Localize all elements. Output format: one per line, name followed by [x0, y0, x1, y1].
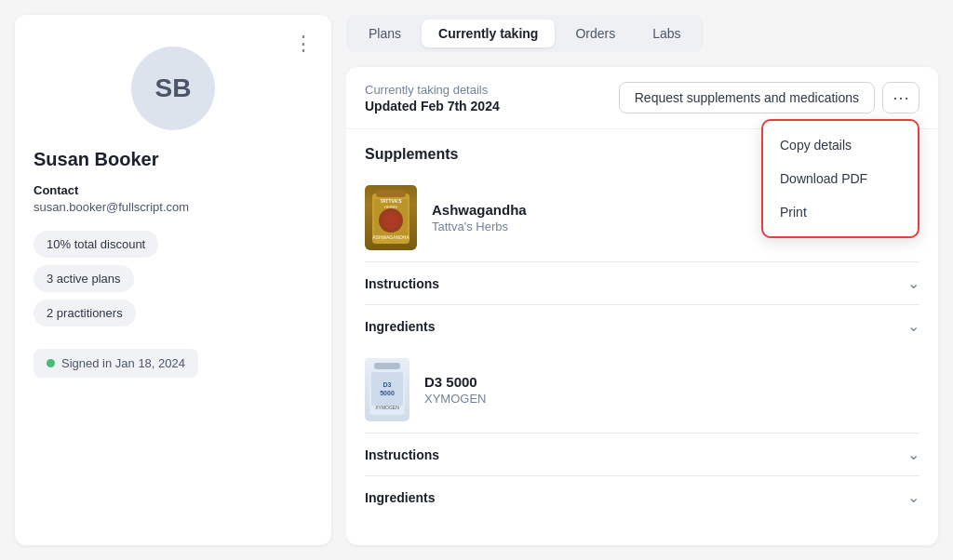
svg-rect-1	[376, 190, 406, 197]
print-item[interactable]: Print	[763, 195, 918, 229]
d3-instructions-chevron: ⌄	[907, 446, 919, 463]
online-dot	[47, 359, 55, 367]
badge-list: 10% total discount 3 active plans 2 prac…	[34, 231, 313, 327]
svg-text:5000: 5000	[380, 390, 395, 396]
contact-label: Contact	[34, 183, 189, 197]
ashwagandha-ingredients-label: Ingredients	[365, 319, 435, 334]
header-left: Currently taking details Updated Feb 7th…	[365, 83, 500, 113]
d3-ingredients-row[interactable]: Ingredients ⌄	[365, 475, 919, 518]
svg-text:HERBS: HERBS	[384, 205, 397, 209]
ashwagandha-instructions-row[interactable]: Instructions ⌄	[365, 261, 919, 304]
updated-label: Updated Feb 7th 2024	[365, 99, 500, 113]
contact-email: susan.booker@fullscript.com	[34, 200, 189, 214]
practitioners-badge: 2 practitioners	[34, 300, 136, 327]
discount-badge: 10% total discount	[34, 231, 158, 258]
d3-image: D3 5000 XYMOGEN	[365, 358, 409, 421]
avatar: SB	[131, 47, 215, 130]
d3-ingredients-label: Ingredients	[365, 490, 435, 505]
plans-badge: 3 active plans	[34, 265, 134, 292]
request-supplements-button[interactable]: Request supplements and medications	[619, 82, 875, 113]
svg-text:ASHWAGANDHA: ASHWAGANDHA	[372, 234, 409, 240]
supplement-row-d3: D3 5000 XYMOGEN D3 5000 XYMOGEN	[365, 347, 919, 433]
patient-name: Susan Booker	[34, 149, 158, 170]
svg-text:XYMOGEN: XYMOGEN	[375, 405, 399, 410]
svg-point-4	[383, 212, 399, 229]
ashwagandha-instructions-chevron: ⌄	[907, 274, 919, 292]
signed-label: Signed in Jan 18, 2024	[61, 356, 185, 370]
ashwagandha-ingredients-chevron: ⌄	[907, 317, 919, 335]
patient-sidebar: ⋮ SB Susan Booker Contact susan.booker@f…	[15, 15, 331, 545]
content-header: Currently taking details Updated Feb 7th…	[346, 67, 938, 129]
signed-badge: Signed in Jan 18, 2024	[34, 349, 198, 378]
download-pdf-item[interactable]: Download PDF	[763, 162, 918, 195]
svg-text:D3: D3	[383, 381, 392, 388]
d3-info: D3 5000 XYMOGEN	[424, 374, 919, 406]
tab-currently-taking[interactable]: Currently taking	[422, 20, 555, 47]
contact-section: Contact susan.booker@fullscript.com	[34, 183, 189, 214]
more-options-button[interactable]: ⋯	[882, 82, 919, 113]
copy-details-item[interactable]: Copy details	[763, 128, 918, 162]
ashwagandha-image: TATTVA'S HERBS ASHWAGANDHA	[365, 185, 417, 250]
d3-ingredients-chevron: ⌄	[907, 488, 919, 506]
details-label: Currently taking details	[365, 83, 500, 97]
sidebar-more-button[interactable]: ⋮	[293, 32, 315, 56]
ashwagandha-ingredients-row[interactable]: Ingredients ⌄	[365, 304, 919, 347]
svg-rect-9	[374, 363, 400, 369]
tab-labs[interactable]: Labs	[636, 20, 697, 47]
ashwagandha-instructions-label: Instructions	[365, 276, 439, 291]
d3-instructions-row[interactable]: Instructions ⌄	[365, 433, 919, 475]
d3-brand: XYMOGEN	[424, 392, 919, 406]
content-card: Currently taking details Updated Feb 7th…	[346, 67, 938, 545]
d3-name: D3 5000	[424, 374, 919, 390]
tab-plans[interactable]: Plans	[352, 20, 418, 47]
tab-bar: Plans Currently taking Orders Labs	[346, 15, 704, 52]
svg-text:TATTVA'S: TATTVA'S	[380, 198, 402, 204]
header-right: Request supplements and medications ⋯ Co…	[619, 82, 919, 113]
supplement-d3-5000: D3 5000 XYMOGEN D3 5000 XYMOGEN Instruct…	[365, 347, 919, 518]
d3-instructions-label: Instructions	[365, 447, 439, 462]
tab-orders[interactable]: Orders	[558, 20, 632, 47]
main-content: Plans Currently taking Orders Labs Curre…	[346, 0, 953, 560]
svg-rect-10	[371, 372, 403, 406]
dropdown-menu: Copy details Download PDF Print	[761, 119, 919, 238]
